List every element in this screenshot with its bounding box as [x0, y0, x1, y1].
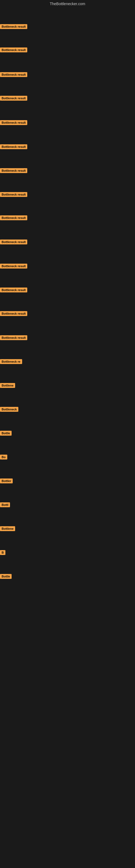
bottleneck-result-item: Bottleneck result — [0, 311, 27, 317]
bottleneck-badge[interactable]: Bottleneck result — [0, 215, 27, 220]
bottleneck-result-item: Bottl — [0, 502, 10, 508]
bottleneck-result-item: Bottleneck result — [0, 96, 27, 102]
bottleneck-result-item: Bottleneck result — [0, 144, 27, 150]
bottleneck-result-item: Bottleneck result — [0, 48, 27, 54]
bottleneck-badge[interactable]: B — [0, 550, 5, 555]
bottleneck-result-item: Bottleneck result — [0, 120, 27, 126]
bottleneck-badge[interactable]: Bottleneck result — [0, 168, 27, 173]
bottleneck-result-item: Bottleneck result — [0, 24, 27, 30]
bottleneck-result-item: Bottleneck result — [0, 335, 27, 341]
bottleneck-badge[interactable]: Bottleneck result — [0, 72, 27, 77]
bottleneck-badge[interactable]: Bottleneck result — [0, 264, 27, 269]
bottleneck-result-item: Bottleneck result — [0, 240, 27, 246]
bottleneck-badge[interactable]: Bottleneck result — [0, 240, 27, 244]
bottleneck-result-item: Bottlene — [0, 383, 15, 389]
bottleneck-badge[interactable]: Bottl — [0, 502, 10, 507]
bottleneck-badge[interactable]: Bottleneck result — [0, 24, 27, 29]
bottleneck-badge[interactable]: Bottleneck result — [0, 311, 27, 316]
bottleneck-result-item: Bottleneck — [0, 407, 18, 413]
bottleneck-badge[interactable]: Bottleneck — [0, 407, 18, 412]
bottleneck-result-item: Bottler — [0, 478, 13, 485]
bottleneck-result-item: Bottle — [0, 574, 12, 580]
bottleneck-badge[interactable]: Bo — [0, 455, 7, 460]
bottleneck-result-item: Bottleneck result — [0, 72, 27, 78]
bottleneck-badge[interactable]: Bottleneck result — [0, 144, 27, 149]
bottleneck-result-item: Bottlene — [0, 526, 15, 532]
bottleneck-result-item: Bottleneck re — [0, 359, 22, 365]
bottleneck-result-item: Bottleneck result — [0, 215, 27, 221]
bottleneck-badge[interactable]: Bottlene — [0, 383, 15, 388]
bottleneck-badge[interactable]: Bottleneck result — [0, 192, 27, 197]
bottleneck-result-item: Bottleneck result — [0, 287, 27, 293]
bottleneck-badge[interactable]: Bottler — [0, 478, 13, 484]
bottleneck-result-item: Bo — [0, 455, 7, 461]
bottleneck-badge[interactable]: Bottleneck result — [0, 48, 27, 52]
bottleneck-result-item: Bottleneck result — [0, 168, 27, 174]
bottleneck-badge[interactable]: Bottlene — [0, 526, 15, 531]
bottleneck-badge[interactable]: Bottle — [0, 431, 12, 436]
bottleneck-badge[interactable]: Bottleneck result — [0, 287, 27, 292]
bottleneck-badge[interactable]: Bottle — [0, 574, 12, 579]
bottleneck-badge[interactable]: Bottleneck result — [0, 335, 27, 340]
bottleneck-result-item: Bottleneck result — [0, 192, 27, 198]
bottleneck-result-item: Bottleneck result — [0, 264, 27, 270]
site-title: TheBottlenecker.com — [0, 0, 135, 9]
bottleneck-badge[interactable]: Bottleneck result — [0, 120, 27, 125]
bottleneck-badge[interactable]: Bottleneck result — [0, 96, 27, 101]
bottleneck-result-item: B — [0, 550, 5, 556]
bottleneck-badge[interactable]: Bottleneck re — [0, 359, 22, 364]
bottleneck-result-item: Bottle — [0, 431, 12, 437]
